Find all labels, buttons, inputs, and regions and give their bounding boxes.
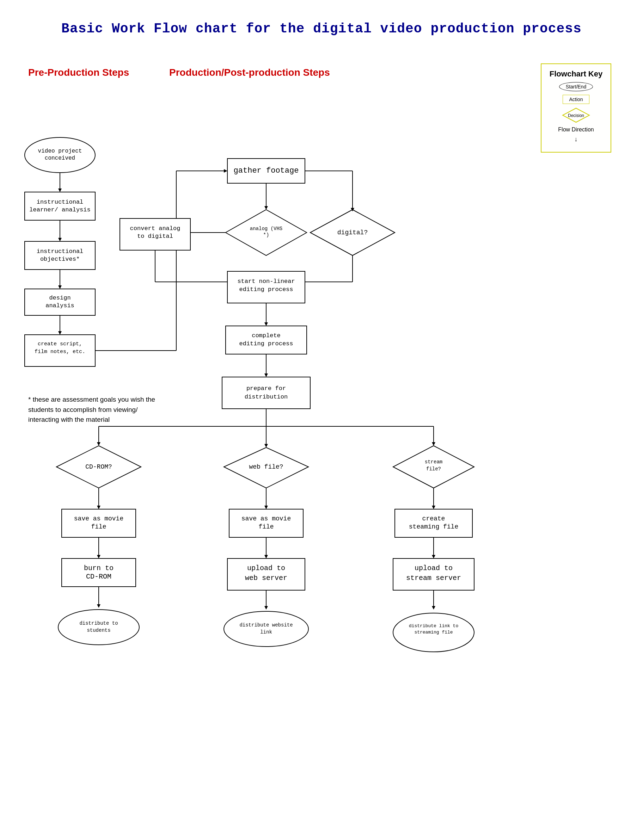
svg-text:save as movie: save as movie (74, 515, 123, 522)
svg-text:file: file (258, 523, 274, 530)
svg-text:upload to: upload to (247, 564, 285, 572)
svg-text:stream: stream (425, 459, 442, 465)
svg-text:burn to: burn to (84, 564, 114, 572)
svg-text:instructional: instructional (37, 199, 83, 205)
svg-marker-28 (224, 169, 227, 173)
flowchart-svg: video project conceived instructional le… (0, 53, 643, 828)
svg-text:to digital: to digital (137, 233, 173, 239)
svg-marker-61 (264, 373, 268, 377)
svg-text:create: create (422, 515, 445, 522)
svg-text:digital?: digital? (337, 229, 368, 236)
svg-text:distribution: distribution (245, 394, 288, 400)
svg-marker-56 (264, 322, 268, 326)
svg-marker-93 (264, 506, 268, 509)
svg-text:start non-linear: start non-linear (237, 278, 295, 285)
svg-text:gather footage: gather footage (234, 166, 299, 175)
svg-marker-89 (264, 444, 268, 448)
svg-marker-79 (97, 555, 100, 558)
svg-marker-108 (432, 442, 436, 446)
svg-text:distribute link to: distribute link to (409, 623, 458, 628)
svg-text:convert analog: convert analog (130, 225, 181, 232)
svg-marker-103 (264, 606, 268, 610)
svg-text:film notes, etc.: film notes, etc. (34, 349, 85, 355)
svg-rect-62 (222, 377, 310, 409)
svg-text:file: file (91, 523, 106, 530)
svg-text:distribute to: distribute to (79, 620, 118, 626)
svg-point-104 (224, 611, 308, 646)
svg-text:instructional: instructional (37, 248, 83, 255)
svg-text:upload to: upload to (415, 564, 453, 572)
svg-text:save as movie: save as movie (242, 515, 291, 522)
main-title: Basic Work Flow chart for the digital vi… (28, 21, 615, 36)
footnote: * these are assessment goals you wish th… (28, 395, 162, 425)
svg-marker-11 (58, 238, 62, 241)
svg-text:create script,: create script, (38, 341, 82, 347)
svg-text:file?: file? (426, 466, 441, 472)
page: Basic Work Flow chart for the digital vi… (0, 0, 643, 840)
svg-marker-98 (264, 555, 268, 558)
svg-text:conceived: conceived (45, 155, 75, 161)
svg-text:distribute website: distribute website (239, 622, 292, 628)
svg-marker-123 (432, 606, 436, 610)
svg-text:analysis: analysis (46, 302, 74, 309)
svg-rect-12 (24, 241, 95, 270)
svg-marker-118 (432, 555, 436, 558)
svg-rect-7 (24, 192, 95, 220)
svg-text:students: students (87, 628, 110, 633)
svg-text:video project: video project (38, 148, 82, 154)
svg-text:editing process: editing process (239, 286, 293, 293)
svg-text:analog (VHS: analog (VHS (250, 226, 282, 231)
svg-text:prepare for: prepare for (246, 385, 286, 392)
svg-text:link: link (260, 629, 272, 635)
svg-text:stream server: stream server (406, 574, 461, 582)
svg-text:web server: web server (245, 574, 287, 582)
svg-marker-74 (97, 506, 100, 509)
svg-text:CD-ROM: CD-ROM (86, 573, 111, 581)
svg-text:objectives*: objectives* (40, 256, 80, 262)
svg-marker-21 (58, 331, 62, 335)
svg-text:steaming file: steaming file (409, 523, 458, 530)
svg-marker-16 (58, 285, 62, 289)
svg-text:*): *) (263, 232, 269, 238)
svg-marker-70 (97, 442, 100, 446)
svg-marker-6 (58, 189, 62, 192)
svg-marker-113 (432, 506, 436, 509)
svg-text:streaming file: streaming file (414, 630, 453, 635)
svg-text:learner/ analysis: learner/ analysis (29, 207, 90, 213)
svg-text:editing process: editing process (239, 340, 293, 347)
svg-text:CD-ROM?: CD-ROM? (85, 463, 112, 470)
svg-rect-57 (225, 326, 307, 354)
svg-text:complete: complete (252, 332, 281, 339)
svg-marker-84 (97, 604, 100, 608)
svg-text:design: design (49, 295, 70, 301)
svg-text:web file?: web file? (249, 463, 283, 470)
svg-point-85 (58, 610, 139, 645)
svg-marker-32 (264, 206, 268, 210)
